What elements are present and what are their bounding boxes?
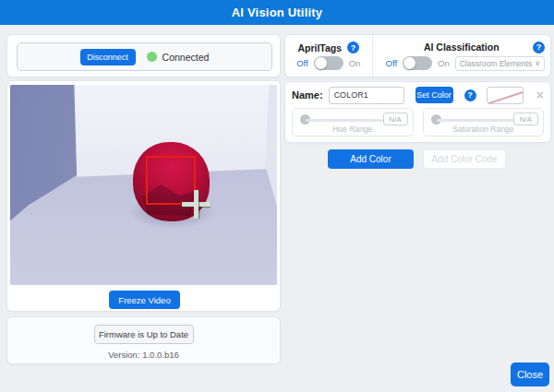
hue-value-box: N/A: [383, 113, 408, 125]
ai-classification-title: AI Classification: [391, 42, 533, 53]
firmware-status-button[interactable]: Firmware is Up to Date: [94, 325, 194, 344]
apriltags-off-label: Off: [296, 58, 308, 68]
video-panel: Freeze Video: [6, 80, 281, 312]
ai-classification-on-label: On: [438, 58, 450, 68]
saturation-range-slider-card: N/A Saturation Range: [423, 108, 545, 137]
chevron-down-icon: ∨: [535, 59, 540, 67]
saturation-range-label: Saturation Range: [424, 125, 544, 134]
classification-model-dropdown[interactable]: Classroom Elements ∨: [455, 56, 545, 71]
apriltags-title: AprilTags: [297, 42, 342, 53]
title-bar: AI Vision Utility: [0, 0, 554, 25]
connection-status: Connected: [147, 52, 210, 63]
connected-status-label: Connected: [163, 52, 210, 63]
set-color-button[interactable]: Set Color: [416, 87, 453, 103]
ai-classification-help-icon[interactable]: ?: [533, 42, 545, 53]
hue-slider-track: [306, 119, 383, 122]
app-title: AI Vision Utility: [232, 6, 323, 19]
set-color-help-icon[interactable]: ?: [464, 89, 476, 101]
saturation-slider-track: [437, 119, 514, 122]
features-panel: AprilTags ? Off On AI Classification ? O…: [284, 34, 551, 77]
crosshair-icon[interactable]: [194, 190, 199, 219]
hue-range-slider-card: N/A Hue Range: [292, 108, 414, 137]
close-button[interactable]: Close: [511, 362, 549, 386]
toggle-knob: [403, 57, 416, 69]
color-name-input[interactable]: [329, 87, 404, 104]
ai-classification-off-label: Off: [386, 58, 398, 68]
color-swatch: [487, 87, 524, 104]
connected-status-dot: [147, 52, 157, 62]
color-signature-panel: Name: Set Color ? × N/A Hue Range N/A Sa…: [284, 81, 551, 143]
add-color-button[interactable]: Add Color: [328, 149, 414, 169]
hue-range-label: Hue Range: [293, 125, 413, 134]
ai-classification-toggle[interactable]: [403, 56, 432, 70]
apriltags-section: AprilTags ? Off On: [285, 35, 373, 77]
disconnect-button[interactable]: Disconnect: [80, 49, 136, 65]
add-color-code-button[interactable]: Add Color Code: [423, 149, 506, 169]
color-detection-box: [146, 156, 196, 205]
saturation-value-box: N/A: [513, 113, 538, 125]
firmware-version-label: Version: 1.0.0.b16: [108, 350, 179, 360]
apriltags-help-icon[interactable]: ?: [347, 42, 359, 53]
ai-classification-section: AI Classification ? Off On Classroom Ele…: [373, 35, 550, 77]
connection-panel: Disconnect Connected: [6, 34, 281, 77]
empty-swatch-line: [487, 87, 524, 104]
camera-video-feed[interactable]: [10, 85, 277, 285]
apriltags-toggle[interactable]: [314, 56, 343, 70]
classification-model-value: Classroom Elements: [460, 59, 532, 68]
connection-status-box: Disconnect Connected: [17, 42, 272, 71]
freeze-video-button[interactable]: Freeze Video: [109, 291, 180, 309]
color-name-label: Name:: [292, 89, 323, 101]
remove-color-icon[interactable]: ×: [536, 89, 544, 101]
apriltags-on-label: On: [349, 58, 361, 68]
firmware-panel: Firmware is Up to Date Version: 1.0.0.b1…: [6, 316, 281, 364]
toggle-knob: [315, 57, 327, 69]
